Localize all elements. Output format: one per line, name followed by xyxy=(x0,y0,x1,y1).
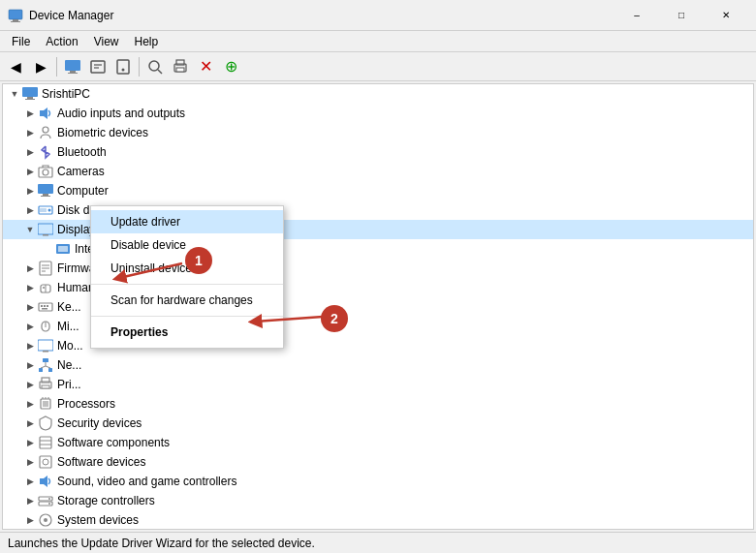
keyboard-icon xyxy=(38,299,53,315)
ctx-scan-hardware[interactable]: Scan for hardware changes xyxy=(91,289,283,312)
tree-computer[interactable]: ▶ Computer xyxy=(3,181,753,200)
svg-line-53 xyxy=(41,366,46,368)
computer-icon-btn[interactable] xyxy=(61,55,84,78)
toolbar-separator-2 xyxy=(139,57,140,77)
camera-icon xyxy=(38,164,53,179)
device-tree[interactable]: ▼ SrishtiPC ▶ Audio inputs and outputs ▶… xyxy=(2,83,754,530)
ctx-properties[interactable]: Properties xyxy=(91,321,283,344)
menu-view[interactable]: View xyxy=(86,33,127,50)
svg-rect-1 xyxy=(13,19,18,21)
svg-rect-48 xyxy=(43,351,48,353)
root-label: SrishtiPC xyxy=(42,87,90,101)
biometric-label: Biometric devices xyxy=(57,126,148,139)
sw-devices-icon xyxy=(38,454,53,470)
context-menu-separator-2 xyxy=(91,316,283,317)
menu-action[interactable]: Action xyxy=(38,33,85,50)
expand-disk[interactable]: ▶ xyxy=(22,202,38,218)
tree-bluetooth[interactable]: ▶ Bluetooth xyxy=(3,142,753,162)
svg-line-12 xyxy=(158,70,162,74)
expand-computer[interactable]: ▶ xyxy=(22,183,38,199)
svg-point-39 xyxy=(43,287,45,289)
svg-rect-49 xyxy=(43,358,48,362)
expand-mice[interactable]: ▶ xyxy=(22,319,38,334)
tree-biometric[interactable]: ▶ Biometric devices xyxy=(3,123,753,142)
title-bar: Device Manager – □ ✕ xyxy=(0,0,756,31)
tree-system[interactable]: ▶ System devices xyxy=(3,510,753,530)
tree-storage[interactable]: ▶ Storage controllers xyxy=(3,491,753,510)
context-menu: Update driver Disable device Uninstall d… xyxy=(90,205,284,349)
biometric-icon xyxy=(38,125,53,140)
forward-button[interactable]: ▶ xyxy=(29,55,52,78)
expand-audio[interactable]: ▶ xyxy=(22,106,38,121)
scan-button[interactable] xyxy=(143,55,167,78)
gpu-icon xyxy=(55,241,71,257)
menu-help[interactable]: Help xyxy=(127,33,167,50)
tree-root[interactable]: ▼ SrishtiPC xyxy=(3,84,753,104)
expand-system[interactable]: ▶ xyxy=(22,512,38,528)
tree-sw-devices[interactable]: ▶ Software devices xyxy=(3,452,753,472)
display-icon xyxy=(38,222,53,237)
svg-point-20 xyxy=(43,127,48,133)
tree-security[interactable]: ▶ Security devices xyxy=(3,414,753,433)
maximize-button[interactable]: □ xyxy=(659,0,704,31)
firmware-icon xyxy=(38,261,53,276)
sw-devices-label: Software devices xyxy=(57,455,145,469)
expand-display[interactable]: ▼ xyxy=(22,222,38,237)
expand-security[interactable]: ▶ xyxy=(22,415,38,431)
add-button[interactable]: ⊕ xyxy=(219,55,242,78)
expand-monitors[interactable]: ▶ xyxy=(22,338,38,353)
processor-icon xyxy=(38,396,53,412)
back-button[interactable]: ◀ xyxy=(4,55,27,78)
sw-components-icon xyxy=(38,435,53,450)
tree-sound[interactable]: ▶ Sound, video and game controllers xyxy=(3,472,753,491)
tree-sw-components[interactable]: ▶ Software components xyxy=(3,433,753,452)
expand-cameras[interactable]: ▶ xyxy=(22,164,38,179)
menu-file[interactable]: File xyxy=(4,33,38,50)
expand-biometric[interactable]: ▶ xyxy=(22,125,38,140)
expand-root[interactable]: ▼ xyxy=(7,86,22,102)
expand-hid[interactable]: ▶ xyxy=(22,280,38,295)
device-button[interactable] xyxy=(111,55,135,78)
svg-rect-51 xyxy=(48,368,52,372)
expand-keyboard[interactable]: ▶ xyxy=(22,299,38,315)
expand-print[interactable]: ▶ xyxy=(22,377,38,392)
svg-rect-6 xyxy=(91,61,105,73)
svg-rect-40 xyxy=(39,303,52,311)
close-button[interactable]: ✕ xyxy=(704,0,748,31)
expand-network[interactable]: ▶ xyxy=(22,357,38,373)
tree-cameras[interactable]: ▶ Cameras xyxy=(3,162,753,181)
svg-rect-42 xyxy=(44,305,46,307)
minimize-button[interactable]: – xyxy=(614,0,659,31)
delete-button[interactable]: ✕ xyxy=(194,55,217,78)
svg-rect-23 xyxy=(38,184,53,194)
svg-rect-0 xyxy=(9,10,22,19)
svg-rect-66 xyxy=(40,456,51,468)
tree-print[interactable]: ▶ Pri... xyxy=(3,375,753,394)
monitor-icon xyxy=(38,338,53,353)
ctx-update-driver[interactable]: Update driver xyxy=(91,210,283,233)
tree-audio[interactable]: ▶ Audio inputs and outputs xyxy=(3,104,753,123)
expand-firmware[interactable]: ▶ xyxy=(22,261,38,276)
properties-button[interactable] xyxy=(86,55,110,78)
callout-1-number: 1 xyxy=(195,253,203,268)
print-label: Pri... xyxy=(57,378,81,391)
svg-rect-50 xyxy=(39,368,43,372)
audio-label: Audio inputs and outputs xyxy=(57,107,185,120)
print-button[interactable] xyxy=(169,55,192,78)
expand-sw-devices[interactable]: ▶ xyxy=(22,454,38,470)
tree-network[interactable]: ▶ Ne... xyxy=(3,355,753,375)
processors-label: Processors xyxy=(57,397,115,411)
expand-processors[interactable]: ▶ xyxy=(22,396,38,412)
svg-point-27 xyxy=(48,209,51,212)
expand-sw-components[interactable]: ▶ xyxy=(22,435,38,450)
bluetooth-icon xyxy=(38,144,53,160)
expand-sound[interactable]: ▶ xyxy=(22,474,38,489)
mice-label: Mi... xyxy=(57,320,79,333)
network-icon xyxy=(38,357,53,373)
tree-processors[interactable]: ▶ Processors xyxy=(3,394,753,414)
expand-storage[interactable]: ▶ xyxy=(22,493,38,508)
svg-rect-16 xyxy=(22,87,38,97)
expand-bluetooth[interactable]: ▶ xyxy=(22,144,38,160)
sound-icon xyxy=(38,474,53,489)
computer-label: Computer xyxy=(57,184,109,198)
